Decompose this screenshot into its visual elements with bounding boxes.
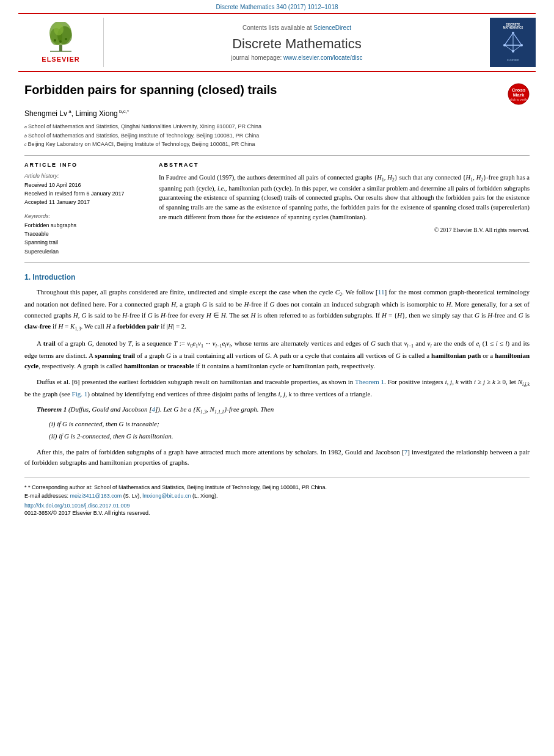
svg-point-5 (54, 23, 64, 35)
ref-4-link[interactable]: 4 (152, 405, 156, 413)
intro-paragraph-2: A trail of a graph G, denoted by T, is a… (24, 338, 530, 372)
journal-name-section: Contents lists available at ScienceDirec… (104, 18, 490, 67)
theorem1-attribution: (Duffus, Gould and Jacobson [4]). Let G … (68, 405, 274, 413)
journal-title-banner: Discrete Mathematics (232, 36, 362, 52)
intro-paragraph-3: Duffus et al. [6] presented the earliest… (24, 377, 530, 400)
history-label: Article history: (24, 173, 147, 179)
follow-text: follow (356, 288, 374, 296)
affil-text-2: School of Mathematics and Statistics, Be… (28, 132, 259, 140)
elsevier-tree-icon (44, 22, 78, 54)
footnote-star: * * Corresponding author at: School of M… (24, 483, 530, 492)
footer-doi[interactable]: http://dx.doi.org/10.1016/j.disc.2017.01… (24, 503, 530, 509)
abstract-section: ABSTRACT In Faudree and Gould (1997), th… (159, 162, 530, 256)
svg-point-8 (59, 40, 62, 43)
article-info-column: ARTICLE INFO Article history: Received 1… (24, 162, 147, 256)
keyword-1: Forbidden subgraphs (24, 221, 147, 230)
doi-link[interactable]: http://dx.doi.org/10.1016/j.disc.2017.01… (24, 503, 130, 509)
elsevier-logo-section: ELSEVIER (18, 18, 104, 67)
journal-banner: ELSEVIER Contents lists available at Sci… (18, 13, 536, 72)
svg-text:Mark: Mark (513, 92, 525, 98)
affil-sup-bc: b,c,* (118, 109, 129, 114)
contents-available-text: Contents lists available at ScienceDirec… (242, 24, 351, 31)
crossmark-icon[interactable]: Cross Mark click to verify (508, 83, 530, 105)
accepted-date: Accepted 11 January 2017 (24, 198, 147, 206)
ref-7-link[interactable]: 7 (404, 448, 408, 456)
info-abstract-section: ARTICLE INFO Article history: Received 1… (24, 155, 530, 263)
affil-text-3: Beijing Key Laboratory on MCAACI, Beijin… (28, 140, 255, 149)
keywords-label: Keywords: (24, 213, 147, 219)
svg-point-7 (65, 38, 67, 40)
article-title: Forbidden pairs for spanning (closed) tr… (24, 83, 508, 97)
keywords-section: Keywords: Forbidden subgraphs Traceable … (24, 213, 147, 256)
article-content: Forbidden pairs for spanning (closed) tr… (0, 72, 554, 528)
affil-line-3: c Beijing Key Laboratory on MCAACI, Beij… (24, 140, 530, 149)
keyword-3: Spanning trail (24, 238, 147, 247)
theorem1-label: Theorem 1 (37, 405, 67, 413)
elsevier-logo: ELSEVIER (42, 22, 79, 63)
keyword-2: Traceable (24, 230, 147, 238)
journal-cover: DISCRETE MATHEMATICS ELSEVIER (490, 18, 536, 67)
cover-image-icon: DISCRETE MATHEMATICS ELSEVIER (492, 20, 534, 65)
copyright-line: © 2017 Elsevier B.V. All rights reserved… (159, 227, 530, 233)
svg-point-6 (54, 39, 56, 42)
footer-divider (24, 478, 530, 478)
affil-text-1: School of Mathematics and Statistics, Qi… (28, 123, 261, 131)
affil-sup-a: a (67, 109, 71, 114)
svg-text:click to verify: click to verify (510, 98, 528, 101)
introduction-heading: 1. Introduction (24, 272, 530, 283)
received-date: Received 10 April 2016 (24, 181, 147, 189)
footnote-email: E-mail addresses: meizi3411@163.com (S. … (24, 492, 530, 500)
affil-line-2: b School of Mathematics and Statistics, … (24, 132, 530, 140)
homepage-url-link[interactable]: www.elsevier.com/locate/disc (283, 54, 363, 61)
fig1-link[interactable]: Fig. 1 (72, 390, 88, 398)
theorem1-part-i: (i) if G is connected, then G is traceab… (49, 419, 530, 430)
main-text: 1. Introduction Throughout this paper, a… (24, 272, 530, 468)
theorem1-link[interactable]: Theorem 1 (355, 378, 384, 385)
page: Discrete Mathematics 340 (2017) 1012–101… (0, 0, 554, 756)
email1-link[interactable]: meizi3411@163.com (70, 493, 122, 499)
history-section: Article history: Received 10 April 2016 … (24, 173, 147, 207)
journal-citation: Discrete Mathematics 340 (2017) 1012–101… (0, 0, 554, 13)
theorem1-part-ii: (ii) if G is 2-connected, then G is hami… (49, 431, 530, 442)
elsevier-wordmark: ELSEVIER (42, 56, 79, 63)
abstract-label: ABSTRACT (159, 162, 530, 168)
svg-rect-0 (59, 45, 62, 51)
revised-date: Received in revised form 6 January 2017 (24, 189, 147, 198)
footer-issn: 0012-365X/© 2017 Elsevier B.V. All right… (24, 510, 530, 516)
journal-homepage: journal homepage: www.elsevier.com/locat… (231, 54, 362, 61)
svg-text:MATHEMATICS: MATHEMATICS (503, 26, 523, 29)
star-symbol: * (24, 484, 27, 490)
sciencedirect-link[interactable]: ScienceDirect (313, 24, 351, 31)
svg-text:ELSEVIER: ELSEVIER (507, 59, 519, 62)
article-info-label: ARTICLE INFO (24, 162, 147, 168)
journal-ref: Discrete Mathematics 340 (2017) 1012–101… (216, 4, 338, 10)
abstract-text: In Faudree and Gould (1997), the authors… (159, 173, 530, 222)
email2-link[interactable]: lmxiong@bit.edu.cn (142, 493, 191, 499)
keyword-4: Supereulerian (24, 247, 147, 256)
authors-line: Shengmei Lv a, Liming Xiong b,c,* (24, 109, 530, 118)
affiliations: a School of Mathematics and Statistics, … (24, 123, 530, 149)
affil-line-1: a School of Mathematics and Statistics, … (24, 123, 530, 131)
after-theorem-paragraph: After this, the pairs of forbidden subgr… (24, 447, 530, 468)
footnote-section: * * Corresponding author at: School of M… (24, 483, 530, 501)
theorem1-list: (i) if G is connected, then G is traceab… (49, 419, 530, 442)
theorem1-block: Theorem 1 (Duffus, Gould and Jacobson [4… (37, 404, 530, 442)
ref-11-link[interactable]: 11 (378, 288, 385, 296)
article-title-section: Forbidden pairs for spanning (closed) tr… (24, 78, 530, 105)
intro-paragraph-1: Throughout this paper, all graphs consid… (24, 287, 530, 333)
